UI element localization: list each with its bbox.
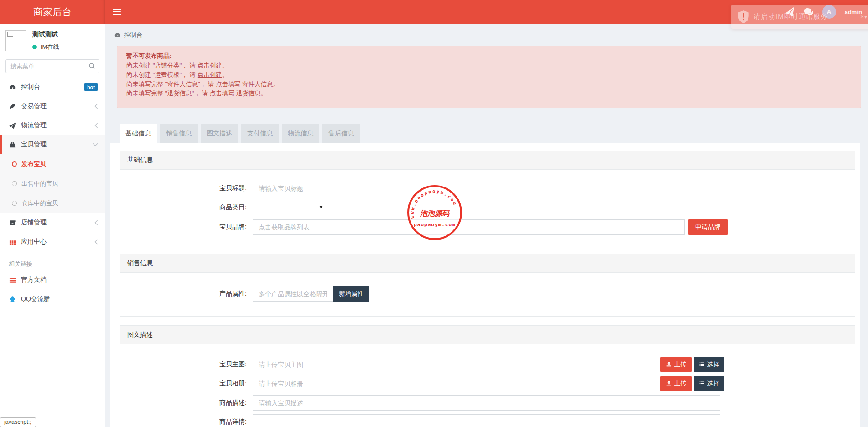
- tab-payment-info[interactable]: 支付信息: [241, 124, 279, 143]
- list-icon: [699, 361, 705, 367]
- grid-th-icon: [9, 239, 16, 245]
- chevron-left-icon: [94, 123, 98, 128]
- shield-warning-icon: [738, 10, 749, 23]
- goods-description-input[interactable]: [253, 395, 720, 411]
- choose-main-image-button[interactable]: 选择: [694, 357, 724, 372]
- add-attr-button[interactable]: 新增属性: [333, 286, 369, 302]
- circle-o-icon: [12, 181, 17, 186]
- tab-basic-info[interactable]: 基础信息: [120, 124, 157, 143]
- online-status-dot: [32, 45, 37, 49]
- product-attrs-input[interactable]: [253, 286, 333, 302]
- apply-brand-button[interactable]: 申请品牌: [688, 219, 728, 235]
- panel-title: 销售信息: [120, 254, 855, 273]
- shop-name: 测试测试: [32, 31, 59, 39]
- im-status-label: IM在线: [41, 43, 59, 51]
- dashboard-gauge-icon: [9, 84, 16, 91]
- list-icon: [9, 277, 16, 284]
- chevron-down-icon: [93, 142, 98, 147]
- alert-line: 尚未创建 "运费模板"， 请 点击创建。: [126, 70, 852, 80]
- main-image-input[interactable]: [253, 357, 659, 372]
- app-title: 商家后台: [0, 0, 105, 24]
- sidebar-item-trade[interactable]: 交易管理: [0, 97, 105, 116]
- leaf-icon: [9, 103, 16, 110]
- sidebar-item-shop[interactable]: 店铺管理: [0, 213, 105, 232]
- tab-content-card: 基础信息 宝贝标题: 商品类目:: [110, 143, 860, 427]
- shop-avatar-placeholder[interactable]: [5, 30, 26, 51]
- sidebar-subitem-publish-goods[interactable]: 发布宝贝: [0, 154, 105, 174]
- related-links-label: 相关链接: [0, 251, 105, 271]
- tab-aftersale-info[interactable]: 售后信息: [322, 124, 360, 143]
- sidebar-item-apps[interactable]: 应用中心: [0, 232, 105, 251]
- main-content: 控制台 暂不可发布商品: 尚未创建 "店铺分类"， 请 点击创建。 尚未创建 "…: [105, 24, 868, 427]
- profile-block: 测试测试 IM在线: [0, 24, 105, 56]
- menu-search: [5, 59, 99, 73]
- sidebar-subitem-warehouse-goods[interactable]: 仓库中的宝贝: [0, 193, 105, 213]
- fill-sender-info-link[interactable]: 点击填写: [216, 81, 240, 88]
- sidebar: 测试测试 IM在线 控制台 hot 交易管理: [0, 24, 105, 427]
- circle-o-icon: [12, 201, 17, 206]
- upload-album-button[interactable]: 上传: [660, 376, 692, 391]
- alert-line: 尚未填写完整 "寄件人信息"， 请 点击填写 寄件人信息。: [126, 80, 852, 89]
- panel-sales-info: 销售信息 产品属性: 新增属性: [120, 254, 855, 317]
- sidebar-toggle-icon[interactable]: [113, 9, 121, 16]
- alert-title: 暂不可发布商品:: [126, 52, 852, 61]
- breadcrumb-label: 控制台: [124, 31, 143, 39]
- goods-brand-input[interactable]: [253, 219, 685, 235]
- hot-badge: hot: [84, 83, 98, 91]
- goods-detail-label: 商品详情:: [120, 414, 247, 426]
- sidebar-item-goods[interactable]: 宝贝管理: [0, 135, 105, 154]
- goods-menu-group: 宝贝管理 发布宝贝 出售中的宝贝 仓库中的宝贝: [0, 135, 105, 213]
- shopping-bag-icon: [9, 141, 16, 148]
- sidebar-item-qq-group[interactable]: QQ交流群: [0, 290, 105, 309]
- tab-image-text[interactable]: 图文描述: [201, 124, 238, 143]
- circle-o-icon: [12, 161, 17, 167]
- archive-box-icon: [9, 219, 16, 226]
- sidebar-item-logistics[interactable]: 物流管理: [0, 116, 105, 135]
- list-icon: [699, 380, 705, 386]
- dashboard-gauge-icon: [114, 32, 121, 39]
- fill-return-info-link[interactable]: 点击填写: [210, 90, 234, 97]
- tab-sales-info[interactable]: 销售信息: [160, 124, 198, 143]
- browser-status-bubble: javascript:;: [0, 417, 36, 427]
- upload-icon: [666, 380, 672, 386]
- goods-brand-label: 宝贝品牌:: [120, 223, 247, 231]
- main-image-label: 宝贝主图:: [120, 360, 247, 369]
- tab-logistics-info[interactable]: 物流信息: [282, 124, 319, 143]
- menu-search-input[interactable]: [5, 59, 99, 73]
- upload-main-image-button[interactable]: 上传: [660, 357, 692, 372]
- album-label: 宝贝相册:: [120, 380, 247, 388]
- goods-title-label: 宝贝标题:: [120, 184, 247, 193]
- sidebar-nav: 控制台 hot 交易管理 物流管理: [0, 78, 105, 309]
- chevron-left-icon: [94, 104, 98, 109]
- album-input[interactable]: [253, 376, 659, 391]
- alert-line: 尚未创建 "店铺分类"， 请 点击创建。: [126, 61, 852, 71]
- panel-title: 图文描述: [120, 326, 855, 344]
- publish-warning-alert: 暂不可发布商品: 尚未创建 "店铺分类"， 请 点击创建。 尚未创建 "运费模板…: [117, 46, 861, 108]
- toast-close-icon[interactable]: ×: [860, 13, 864, 20]
- qq-penguin-icon: [9, 296, 16, 303]
- sidebar-item-dashboard[interactable]: 控制台 hot: [0, 78, 105, 97]
- create-shop-category-link[interactable]: 点击创建: [198, 62, 222, 69]
- sidebar-item-docs[interactable]: 官方文档: [0, 271, 105, 290]
- goods-category-select[interactable]: [253, 200, 327, 214]
- goods-category-label: 商品类目:: [120, 203, 247, 212]
- goods-detail-textarea[interactable]: [253, 414, 720, 427]
- form-tabs: 基础信息 销售信息 图文描述 支付信息 物流信息 售后信息: [120, 124, 868, 143]
- search-icon[interactable]: [88, 62, 95, 69]
- broken-image-icon: [7, 32, 13, 37]
- paper-plane-icon: [9, 122, 16, 129]
- sidebar-subitem-selling-goods[interactable]: 出售中的宝贝: [0, 174, 105, 193]
- goods-description-label: 商品描述:: [120, 399, 247, 407]
- im-service-toast: 请启动IM即时通讯服务 ×: [731, 5, 868, 29]
- choose-album-button[interactable]: 选择: [694, 376, 724, 391]
- product-attrs-label: 产品属性:: [120, 290, 247, 298]
- upload-icon: [666, 361, 672, 367]
- chevron-left-icon: [94, 220, 98, 225]
- panel-image-text: 图文描述 宝贝主图: 上传 选择: [120, 325, 855, 427]
- alert-line: 尚未填写完整 "退货信息"， 请 点击填写 退货信息。: [126, 89, 852, 99]
- toast-message: 请启动IM即时通讯服务: [754, 12, 828, 21]
- panel-basic-info: 基础信息 宝贝标题: 商品类目:: [120, 151, 855, 245]
- goods-title-input[interactable]: [253, 181, 720, 196]
- create-freight-template-link[interactable]: 点击创建: [198, 71, 222, 78]
- panel-title: 基础信息: [120, 151, 855, 170]
